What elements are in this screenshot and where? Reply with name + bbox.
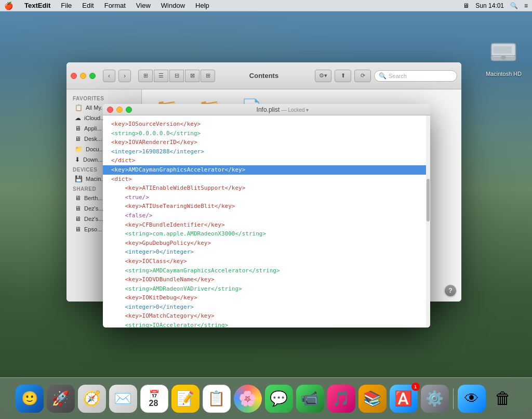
- favorites-header: Favorites: [66, 94, 141, 102]
- forward-button[interactable]: ›: [118, 70, 131, 82]
- te-filename: Info.plist: [257, 106, 280, 113]
- dock-item-reminders[interactable]: 📋: [203, 385, 231, 413]
- minimize-button[interactable]: [80, 73, 86, 79]
- menubar-search-icon[interactable]: 🔍: [510, 2, 518, 9]
- list-view-btn[interactable]: ☰: [154, 70, 168, 82]
- line-10: <key>ATIUseTearingWideBlit</key>: [111, 202, 422, 211]
- line-18: <key>IODVDBundleName</key>: [111, 275, 422, 284]
- line-5: </dict>: [111, 156, 422, 165]
- launchpad-dock-icon: 🚀: [51, 390, 70, 407]
- share-button[interactable]: ⬆: [335, 70, 351, 82]
- dock-item-photos[interactable]: 🌸: [234, 385, 262, 413]
- icon-view-btn[interactable]: ⊞: [138, 70, 153, 82]
- arrange-button[interactable]: ⟳: [354, 70, 371, 82]
- photos-dock-icon: 🌸: [238, 390, 257, 407]
- action-button[interactable]: ⚙▾: [315, 70, 331, 82]
- appstore-dock-icon: 🅰️: [394, 390, 413, 407]
- search-placeholder: Search: [389, 73, 407, 79]
- line-1: <key>IOSourceVersion</key>: [111, 120, 422, 129]
- menu-view[interactable]: View: [135, 2, 152, 9]
- itunes-dock-icon: 🎵: [332, 390, 350, 407]
- appstore-badge: 1: [411, 383, 420, 391]
- icloud-icon: ☁: [75, 114, 81, 122]
- line-17: <string>AMDCaymanGraphicsAccelerator</st…: [111, 266, 422, 276]
- dock-item-calendar[interactable]: 📅28: [140, 385, 168, 413]
- facetime-dock-icon: 📹: [301, 390, 319, 407]
- hd-label: Macintosh HD: [486, 71, 522, 77]
- menu-window[interactable]: Window: [160, 2, 186, 9]
- dez2-icon: 🖥: [75, 215, 81, 222]
- cover-view-btn[interactable]: ⊠: [185, 70, 200, 82]
- dock-item-trash[interactable]: 🗑: [489, 385, 517, 413]
- te-close-button[interactable]: [107, 107, 113, 113]
- reminders-dock-icon: 📋: [207, 390, 225, 407]
- scrollbar-thumb[interactable]: [427, 179, 430, 221]
- maximize-button[interactable]: [89, 73, 96, 79]
- line-14: <key>GpuDebugPolicy</key>: [111, 239, 422, 248]
- line-12: <key>CFBundleIdentifier</key>: [111, 220, 422, 230]
- sidebar-label-berth: Berth...: [84, 195, 102, 201]
- desktop-folder-icon: 🖥: [75, 135, 81, 142]
- dock-item-safari[interactable]: 🧭: [78, 385, 106, 413]
- dock-item-appstore[interactable]: 🅰️ 1: [390, 385, 418, 413]
- sidebar-label-desktop: Desk...: [84, 136, 102, 142]
- dock-item-mail[interactable]: ✉️: [109, 385, 137, 413]
- dez1-icon: 🖥: [75, 205, 81, 212]
- te-minimize-button[interactable]: [116, 107, 123, 113]
- menu-edit[interactable]: Edit: [81, 2, 95, 9]
- menubar-right: 🖥 Sun 14:01 🔍 ≡: [463, 2, 528, 9]
- dock-item-messages[interactable]: 💬: [265, 385, 293, 413]
- dock-item-facetime[interactable]: 📹: [296, 385, 324, 413]
- scrollbar-track: [426, 115, 430, 328]
- line-4: <integer>16908288</integer>: [111, 147, 422, 156]
- dock-item-finder[interactable]: 🙂: [16, 385, 44, 413]
- window-controls: [71, 73, 96, 79]
- finder-help-button[interactable]: ?: [445, 285, 456, 296]
- dock-separator: [453, 388, 454, 409]
- dock-item-itunes[interactable]: 🎵: [327, 385, 355, 413]
- back-button[interactable]: ‹: [103, 70, 115, 82]
- dock-item-ibooks[interactable]: 📚: [358, 385, 387, 413]
- extra-view-btn[interactable]: ⊞: [201, 70, 215, 82]
- finder-toolbar: ‹ › ⊞ ☰ ⊟ ⊠ ⊞ Contents ⚙▾ ⬆ ⟳ 🔍 Search: [66, 62, 461, 89]
- textedit-titlebar: Info.plist — Locked ▾: [103, 104, 430, 115]
- apple-menu[interactable]: 🍎: [4, 2, 13, 10]
- line-22: <key>IOMatchCategory</key>: [111, 311, 422, 321]
- mail-dock-icon: ✉️: [114, 390, 132, 407]
- hd-disk-icon: [487, 35, 520, 69]
- menubar-list-icon[interactable]: ≡: [524, 2, 528, 9]
- line-11: <false/>: [111, 211, 422, 220]
- close-button[interactable]: [71, 73, 77, 79]
- berth-icon: 🖥: [75, 194, 81, 202]
- search-box[interactable]: 🔍 Search: [374, 70, 457, 82]
- dock-item-quicklook[interactable]: 👁: [458, 385, 486, 413]
- menu-app-name[interactable]: TextEdit: [23, 2, 51, 9]
- documents-icon: 📁: [75, 146, 83, 153]
- finder-dock-icon: 🙂: [21, 390, 38, 407]
- menu-help[interactable]: Help: [194, 2, 210, 9]
- line-3: <key>IOVARendererID</key>: [111, 138, 422, 147]
- menubar-left: 🍎 TextEdit File Edit Format View Window …: [4, 2, 210, 10]
- dock-item-syspref[interactable]: ⚙️: [421, 385, 449, 413]
- quicklook-dock-icon: 👁: [464, 390, 479, 407]
- sidebar-label-dez1: Dez's...: [84, 205, 103, 212]
- sidebar-label-icloud: iCloud...: [84, 115, 105, 121]
- macintosh-hd-icon[interactable]: Macintosh HD: [486, 35, 522, 77]
- line-9: <true/>: [111, 193, 422, 202]
- dock-item-launchpad[interactable]: 🚀: [47, 385, 75, 413]
- desktop: 🍎 TextEdit File Edit Format View Window …: [0, 0, 532, 419]
- menu-format[interactable]: Format: [103, 2, 127, 9]
- textedit-content[interactable]: <key>IOSourceVersion</key> <string>0.0.0…: [103, 115, 430, 328]
- line-15: <integer>0</integer>: [111, 247, 422, 257]
- search-icon: 🔍: [379, 72, 387, 80]
- svg-point-2: [501, 56, 506, 60]
- line-6-highlighted: <key>AMDCaymanGraphicsAccelerator</key>: [103, 165, 430, 175]
- column-view-btn[interactable]: ⊟: [169, 70, 184, 82]
- view-controls: ⊞ ☰ ⊟ ⊠ ⊞: [138, 70, 215, 82]
- menu-file[interactable]: File: [60, 2, 73, 9]
- calendar-dock-icon: 📅28: [149, 389, 159, 408]
- te-maximize-button[interactable]: [126, 107, 132, 113]
- ibooks-dock-icon: 📚: [363, 390, 381, 407]
- all-files-icon: 📋: [75, 104, 83, 111]
- dock-item-notes[interactable]: 📝: [171, 385, 200, 413]
